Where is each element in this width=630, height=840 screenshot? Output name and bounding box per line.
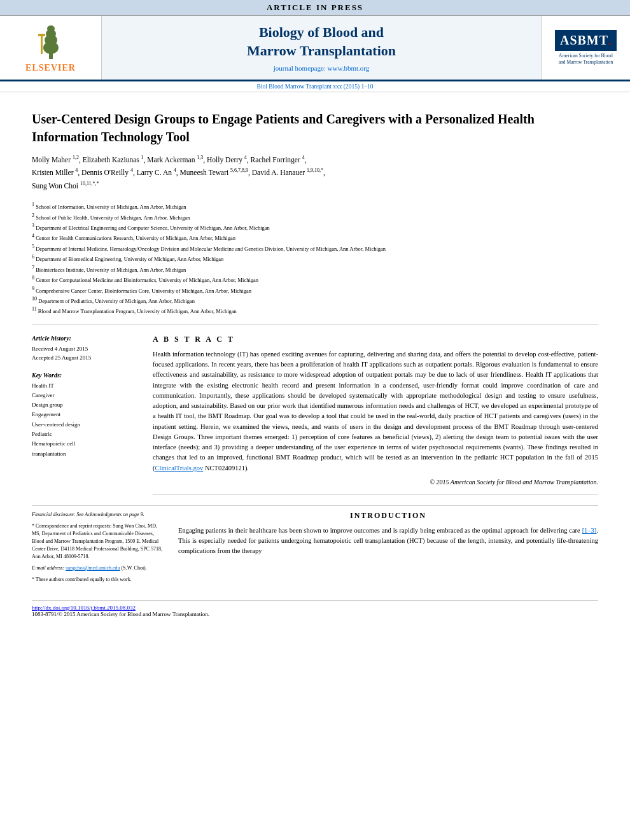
asbmt-subtext: American Society for Bloodand Marrow Tra… — [559, 53, 613, 66]
footnotes-column: Financial disclosure: See Acknowledgment… — [32, 511, 165, 587]
affiliations-list: 1 School of Information, University of M… — [32, 201, 598, 325]
abstract-section: A B S T R A C T Health information techn… — [153, 335, 598, 495]
affil-3: 3 Department of Electrical Engineering a… — [32, 222, 598, 232]
article-in-press-banner: ARTICLE IN PRESS — [0, 0, 630, 16]
copyright-line: © 2015 American Society for Blood and Ma… — [153, 479, 598, 486]
keywords-section: Key Words: Health IT Caregiver Design gr… — [32, 372, 140, 459]
keyword-6: Pediatric — [32, 430, 140, 439]
affil-10: 10 Department of Pediatrics, University … — [32, 295, 598, 305]
affil-4: 4 Center for Health Communications Resea… — [32, 232, 598, 242]
correspondence-text: * Correspondence and reprint requests: S… — [32, 523, 162, 559]
keyword-8: transplantation — [32, 449, 140, 459]
article-history: Article history: Received 4 August 2015 … — [32, 335, 140, 363]
right-column: A B S T R A C T Health information techn… — [153, 335, 598, 495]
affil-6: 6 Department of Biomedical Engineering, … — [32, 253, 598, 263]
affil-8: 8 Center for Computational Medicine and … — [32, 274, 598, 284]
financial-footnote: Financial disclosure: See Acknowledgment… — [32, 511, 165, 519]
journal-title: Biology of Blood and Marrow Transplantat… — [247, 24, 396, 60]
left-column: Article history: Received 4 August 2015 … — [32, 335, 140, 495]
intro-title: INTRODUCTION — [178, 511, 598, 521]
main-content: User-Centered Design Groups to Engage Pa… — [0, 92, 630, 630]
keyword-1: Health IT — [32, 381, 140, 391]
two-col-section: Article history: Received 4 August 2015 … — [32, 335, 598, 495]
keyword-7: Hematopoietic cell — [32, 439, 140, 449]
equal-contrib-text: * These authors contributed equally to t… — [32, 577, 132, 582]
correspondence-footnote: * Correspondence and reprint requests: S… — [32, 522, 165, 561]
elsevier-tree-icon — [32, 22, 70, 60]
bottom-section: Financial disclosure: See Acknowledgment… — [32, 505, 598, 587]
elsevier-text: ELSEVIER — [25, 63, 76, 73]
abstract-title: A B S T R A C T — [153, 335, 598, 344]
abstract-text: Health information technology (IT) has o… — [153, 349, 598, 473]
asbmt-box: ASBMT. — [555, 30, 617, 51]
issn-text: 1083-8791/© 2015 American Society for Bl… — [32, 611, 209, 617]
journal-title-container: Biology of Blood and Marrow Transplantat… — [102, 16, 541, 80]
affil-9: 9 Comprehensive Cancer Center, Bioinform… — [32, 285, 598, 295]
keyword-3: Design group — [32, 400, 140, 410]
elsevier-logo-container: ELSEVIER — [0, 16, 102, 80]
email-footnote: E-mail address: sungchoi@med.umich.edu (… — [32, 564, 165, 572]
email-label: E-mail address: — [32, 565, 66, 571]
doi-link[interactable]: http://dx.doi.org/10.1016/j.bbmt.2015.08… — [32, 605, 136, 611]
asbmt-logo-container: ASBMT. American Society for Bloodand Mar… — [541, 16, 630, 80]
article-history-label: Article history: — [32, 335, 140, 342]
article-title: User-Centered Design Groups to Engage Pa… — [32, 110, 598, 146]
asbmt-logo: ASBMT. American Society for Bloodand Mar… — [555, 30, 617, 66]
intro-text: Engaging patients in their healthcare ha… — [178, 526, 598, 557]
keywords-label: Key Words: — [32, 372, 140, 379]
affil-5: 5 Department of Internal Medicine, Hemat… — [32, 243, 598, 253]
keyword-5: User-centered design — [32, 420, 140, 430]
svg-point-4 — [47, 25, 55, 32]
accepted-date: Accepted 25 August 2015 — [32, 353, 140, 362]
journal-header: ELSEVIER Biology of Blood and Marrow Tra… — [0, 16, 630, 81]
email-link[interactable]: sungchoi@med.umich.edu — [66, 565, 120, 571]
email-suffix: (S.W. Choi). — [120, 565, 147, 571]
journal-homepage[interactable]: journal homepage: www.bbmt.org — [274, 64, 370, 72]
elsevier-logo: ELSEVIER — [25, 22, 76, 73]
authors-list: Molly Maher 1,2, Elizabeth Kaziunas 1, M… — [32, 153, 598, 192]
equal-contrib-footnote: * These authors contributed equally to t… — [32, 576, 165, 584]
doi-footer: http://dx.doi.org/10.1016/j.bbmt.2015.08… — [32, 600, 598, 617]
introduction-column: INTRODUCTION Engaging patients in their … — [178, 511, 598, 587]
affil-1: 1 School of Information, University of M… — [32, 201, 598, 211]
keyword-2: Caregiver — [32, 391, 140, 400]
affil-11: 11 Blood and Marrow Transplantation Prog… — [32, 305, 598, 316]
svg-rect-6 — [38, 34, 45, 36]
keyword-4: Engagement — [32, 410, 140, 419]
received-date: Received 4 August 2015 — [32, 344, 140, 353]
citation-line: Biol Blood Marrow Transplant xxx (2015) … — [0, 81, 630, 92]
affil-2: 2 School of Public Health, University of… — [32, 212, 598, 222]
affil-7: 7 Biointerfaces Institute, University of… — [32, 264, 598, 274]
financial-footnote-text: Financial disclosure: See Acknowledgment… — [32, 512, 144, 517]
svg-rect-5 — [41, 35, 43, 54]
